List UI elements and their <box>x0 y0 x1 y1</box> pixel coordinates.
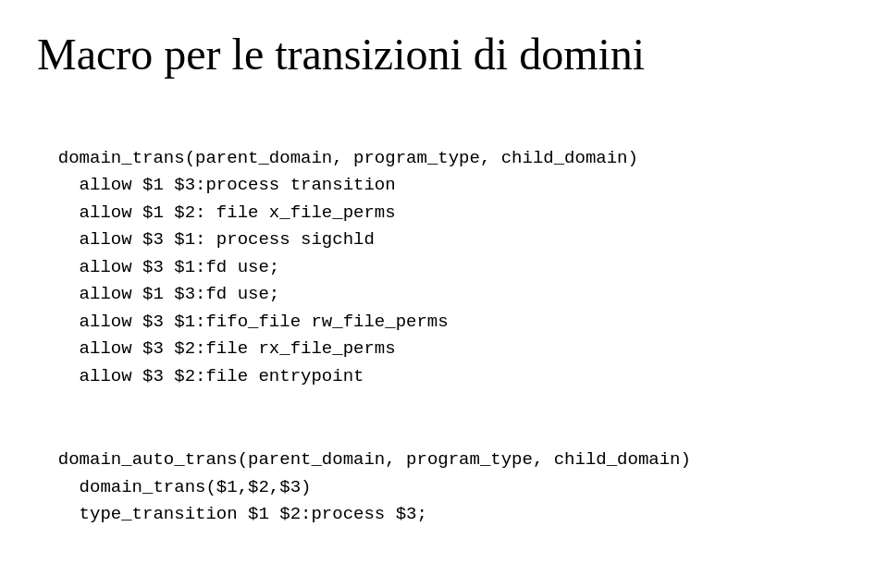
code-line-6: allow $1 $3:fd use; <box>37 284 279 304</box>
code-section-2: domain_auto_trans(parent_domain, program… <box>37 420 851 529</box>
code-line-5: allow $3 $1:fd use; <box>37 257 279 277</box>
code-line-2: allow $1 $3:process transition <box>37 175 396 195</box>
code-line-9: allow $3 $2:file entrypoint <box>37 366 364 386</box>
code2-line-2: domain_trans($1,$2,$3) <box>37 477 311 497</box>
code-line-3: allow $1 $2: file x_file_perms <box>37 202 396 223</box>
page-title: Macro per le transizioni di domini <box>37 28 851 81</box>
code-line-7: allow $3 $1:fifo_file rw_file_perms <box>37 312 449 332</box>
code-section-1: domain_trans(parent_domain, program_type… <box>37 118 851 390</box>
code-line-4: allow $3 $1: process sigchld <box>37 229 375 250</box>
code2-line-1: domain_auto_trans(parent_domain, program… <box>58 449 691 470</box>
code2-line-3: type_transition $1 $2:process $3; <box>37 504 427 524</box>
code-line-8: allow $3 $2:file rx_file_perms <box>37 338 396 359</box>
code-line-1: domain_trans(parent_domain, program_type… <box>58 148 638 168</box>
